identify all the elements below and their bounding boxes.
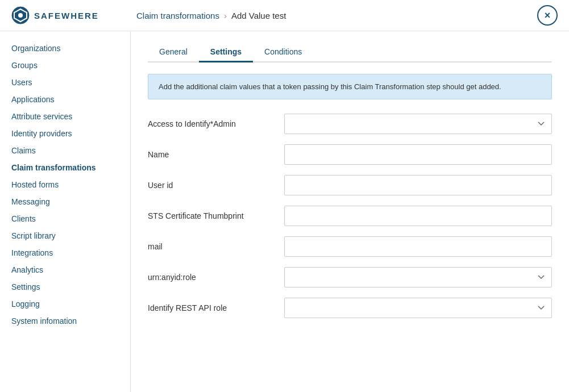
sidebar: OrganizationsGroupsUsersApplicationsAttr…: [0, 31, 131, 392]
sidebar-item-attribute-services[interactable]: Attribute services: [0, 108, 130, 125]
form-row-access-to-identify-admin: Access to Identify*Admin: [148, 114, 552, 134]
label-mail: mail: [148, 242, 284, 251]
breadcrumb-separator: ›: [224, 11, 227, 20]
sidebar-item-claim-transformations[interactable]: Claim transformations: [0, 159, 130, 176]
logo-area: SAFEWHERE: [11, 6, 136, 24]
form-row-identify-rest-api-role: Identify REST API role: [148, 298, 552, 318]
form-row-user-id: User id: [148, 175, 552, 195]
sidebar-item-analytics[interactable]: Analytics: [0, 261, 130, 278]
input-user-id[interactable]: [284, 175, 552, 195]
svg-point-2: [18, 13, 23, 18]
tabs: GeneralSettingsConditions: [148, 43, 552, 62]
sidebar-item-clients[interactable]: Clients: [0, 210, 130, 227]
tab-settings[interactable]: Settings: [199, 43, 253, 62]
sidebar-item-hosted-forms[interactable]: Hosted forms: [0, 176, 130, 193]
select-urn-anyid-role[interactable]: [284, 267, 552, 287]
sidebar-item-users[interactable]: Users: [0, 74, 130, 91]
input-sts-certificate-thumbprint[interactable]: [284, 206, 552, 226]
form-row-mail: mail: [148, 236, 552, 257]
sidebar-item-settings[interactable]: Settings: [0, 278, 130, 295]
form: Access to Identify*AdminNameUser idSTS C…: [148, 114, 552, 318]
form-row-urn-anyid-role: urn:anyid:role: [148, 267, 552, 287]
label-name: Name: [148, 150, 284, 159]
info-box: Add the additional claim values that a t…: [148, 74, 552, 99]
close-button[interactable]: ×: [537, 5, 558, 26]
form-row-name: Name: [148, 144, 552, 165]
input-name[interactable]: [284, 144, 552, 165]
sidebar-item-messaging[interactable]: Messaging: [0, 193, 130, 210]
label-urn-anyid-role: urn:anyid:role: [148, 273, 284, 282]
logo-text: SAFEWHERE: [34, 11, 99, 20]
breadcrumb-link[interactable]: Claim transformations: [136, 11, 219, 20]
label-access-to-identify-admin: Access to Identify*Admin: [148, 119, 284, 128]
logo-icon: [11, 6, 30, 24]
header: SAFEWHERE Claim transformations › Add Va…: [0, 0, 569, 31]
breadcrumb-current: Add Value test: [231, 11, 286, 20]
select-identify-rest-api-role[interactable]: [284, 298, 552, 318]
sidebar-item-integrations[interactable]: Integrations: [0, 244, 130, 261]
sidebar-item-logging[interactable]: Logging: [0, 295, 130, 312]
main-content: GeneralSettingsConditions Add the additi…: [131, 31, 569, 392]
label-sts-certificate-thumbprint: STS Certificate Thumbprint: [148, 211, 284, 220]
sidebar-item-groups[interactable]: Groups: [0, 57, 130, 74]
sidebar-item-organizations[interactable]: Organizations: [0, 40, 130, 57]
layout: OrganizationsGroupsUsersApplicationsAttr…: [0, 31, 569, 392]
sidebar-item-applications[interactable]: Applications: [0, 91, 130, 108]
sidebar-item-claims[interactable]: Claims: [0, 142, 130, 159]
tab-conditions[interactable]: Conditions: [253, 43, 313, 62]
sidebar-item-system-information[interactable]: System infomation: [0, 312, 130, 330]
label-identify-rest-api-role: Identify REST API role: [148, 303, 284, 312]
form-row-sts-certificate-thumbprint: STS Certificate Thumbprint: [148, 206, 552, 226]
tab-general[interactable]: General: [148, 43, 199, 62]
select-access-to-identify-admin[interactable]: [284, 114, 552, 134]
label-user-id: User id: [148, 181, 284, 190]
input-mail[interactable]: [284, 236, 552, 257]
sidebar-item-identity-providers[interactable]: Identity providers: [0, 125, 130, 142]
breadcrumb: Claim transformations › Add Value test: [136, 11, 537, 20]
sidebar-item-script-library[interactable]: Script library: [0, 227, 130, 244]
